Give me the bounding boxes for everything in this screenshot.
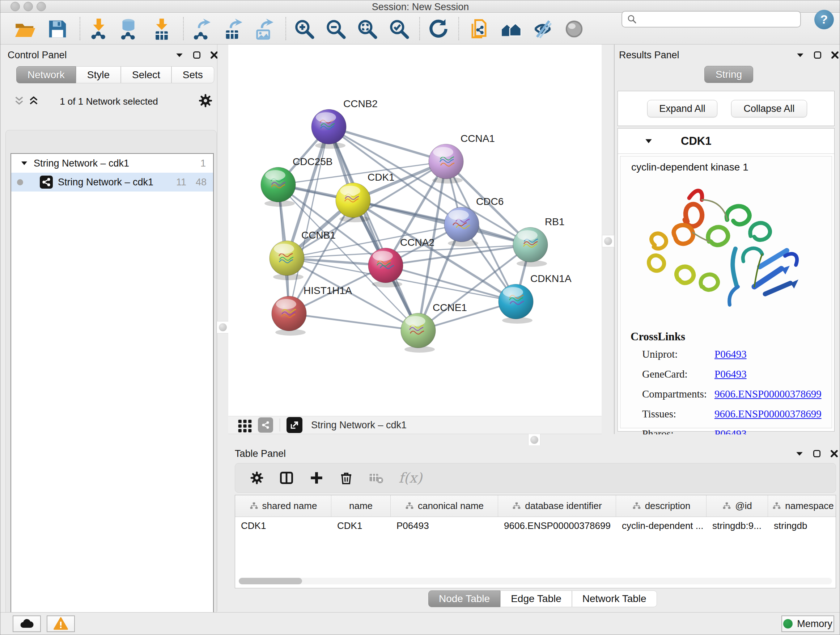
save-session-icon[interactable] bbox=[46, 18, 69, 40]
table-cell[interactable]: cyclin-dependent ... bbox=[616, 520, 706, 532]
network-node-rb1[interactable] bbox=[513, 227, 548, 267]
control-panel-title: Control Panel bbox=[8, 50, 67, 61]
table-cell[interactable]: 9606.ENSP00000378699 bbox=[498, 520, 616, 532]
expand-all-button[interactable]: Expand All bbox=[647, 100, 717, 117]
table-cell[interactable]: P06493 bbox=[391, 520, 498, 532]
table-cell[interactable]: CDK1 bbox=[332, 520, 391, 532]
zoom-selected-icon[interactable] bbox=[388, 18, 410, 40]
crosslink-link[interactable]: 9606.ENSP00000378699 bbox=[714, 408, 821, 420]
tab-edge-table[interactable]: Edge Table bbox=[500, 591, 572, 607]
column-header-description[interactable]: description bbox=[616, 495, 706, 516]
tab-style[interactable]: Style bbox=[76, 66, 121, 83]
refresh-view-icon[interactable] bbox=[427, 18, 450, 40]
export-table-icon[interactable] bbox=[222, 18, 244, 40]
tab-node-table[interactable]: Node Table bbox=[428, 591, 500, 607]
tab-select[interactable]: Select bbox=[121, 66, 172, 83]
table-cell[interactable]: stringdb:9... bbox=[706, 520, 768, 532]
table-cell[interactable]: stringdb bbox=[768, 520, 836, 532]
tab-network[interactable]: Network bbox=[16, 66, 76, 83]
tab-network-table[interactable]: Network Table bbox=[572, 591, 657, 607]
tab-sets[interactable]: Sets bbox=[172, 66, 214, 83]
delete-table-icon[interactable] bbox=[368, 470, 384, 486]
results-panel-menu-icon[interactable] bbox=[796, 50, 805, 60]
add-column-plus-icon[interactable] bbox=[309, 470, 324, 486]
horizontal-splitter-handle[interactable] bbox=[528, 434, 540, 446]
string-home-icon[interactable] bbox=[500, 18, 523, 40]
network-node-cdkn1a[interactable] bbox=[499, 284, 533, 324]
detach-view-icon[interactable] bbox=[286, 417, 302, 433]
crosslink-link[interactable]: P06493 bbox=[714, 348, 747, 360]
network-tree-row-selected[interactable]: String Network – cdk1 11 48 bbox=[11, 173, 213, 192]
network-edge[interactable] bbox=[329, 127, 446, 162]
warnings-button[interactable] bbox=[47, 616, 75, 632]
string-view-icon[interactable] bbox=[258, 417, 273, 432]
import-network-file-icon[interactable] bbox=[88, 18, 110, 40]
zoom-fit-icon[interactable] bbox=[356, 18, 378, 40]
network-node-ccnb2[interactable] bbox=[311, 109, 346, 149]
network-node-cdc25b[interactable] bbox=[261, 167, 295, 207]
export-network-icon[interactable] bbox=[190, 18, 212, 40]
crosslink-link[interactable]: P06493 bbox=[714, 368, 747, 380]
control-panel-tabs: NetworkStyleSelectSets bbox=[16, 66, 214, 83]
collapse-all-button[interactable]: Collapse All bbox=[731, 100, 807, 117]
control-panel-float-icon[interactable] bbox=[192, 50, 202, 60]
network-node-ccna2[interactable] bbox=[368, 248, 403, 287]
tab-string[interactable]: String bbox=[704, 66, 753, 83]
export-image-icon[interactable] bbox=[253, 18, 275, 40]
network-node-ccna1[interactable] bbox=[429, 144, 463, 184]
control-panel-menu-icon[interactable] bbox=[175, 50, 184, 60]
table-panel-close-icon[interactable] bbox=[829, 449, 839, 458]
network-view-canvas[interactable]: CCNB2CCNA1CDC25BCDK1CDC6RB1CCNB1CCNA2CDK… bbox=[228, 44, 602, 416]
zoom-in-icon[interactable] bbox=[293, 18, 316, 40]
tree-collapse-icon[interactable] bbox=[20, 159, 28, 168]
left-splitter[interactable] bbox=[218, 44, 228, 434]
left-splitter-handle[interactable] bbox=[217, 321, 229, 333]
toggle-graphics-details-icon[interactable] bbox=[531, 18, 554, 40]
select-columns-icon[interactable] bbox=[279, 470, 294, 486]
table-row[interactable]: CDK1CDK1P064939606.ENSP00000378699cyclin… bbox=[235, 517, 836, 534]
memory-button[interactable]: Memory bbox=[782, 616, 834, 632]
toolbar-separator bbox=[419, 17, 420, 40]
cloud-status-button[interactable] bbox=[13, 616, 41, 632]
column-header-database-identifier[interactable]: database identifier bbox=[498, 495, 616, 516]
results-panel-close-icon[interactable] bbox=[830, 50, 840, 60]
scrollbar-thumb[interactable] bbox=[239, 578, 302, 584]
results-panel-float-icon[interactable] bbox=[813, 50, 822, 60]
crosslink-label: Compartments: bbox=[642, 388, 714, 400]
birds-eye-view-icon[interactable] bbox=[563, 18, 585, 40]
right-splitter-handle[interactable] bbox=[602, 235, 614, 247]
grid-view-icon[interactable] bbox=[237, 417, 253, 433]
right-splitter[interactable] bbox=[602, 44, 615, 434]
column-header-namespace[interactable]: namespace bbox=[768, 495, 836, 516]
open-file-icon[interactable] bbox=[14, 18, 36, 40]
horizontal-splitter[interactable] bbox=[228, 434, 840, 445]
network-node-hist1h1a[interactable] bbox=[272, 296, 306, 336]
table-cell[interactable]: CDK1 bbox=[235, 520, 332, 532]
function-builder-icon[interactable]: f(x) bbox=[399, 470, 422, 486]
share-document-icon[interactable] bbox=[468, 18, 490, 40]
network-options-gear-icon[interactable] bbox=[199, 94, 212, 108]
table-settings-gear-icon[interactable] bbox=[249, 470, 264, 485]
crosslink-link[interactable]: 9606.ENSP00000378699 bbox=[714, 388, 821, 400]
help-button[interactable]: ? bbox=[814, 10, 834, 29]
network-node-ccne1[interactable] bbox=[401, 313, 436, 353]
network-node-ccnb1[interactable] bbox=[270, 241, 304, 280]
zoom-out-icon[interactable] bbox=[325, 18, 347, 40]
column-header-name[interactable]: name bbox=[332, 495, 391, 516]
column-header-shared-name[interactable]: shared name bbox=[235, 495, 332, 516]
network-tree-root-row[interactable]: String Network – cdk1 1 bbox=[11, 154, 213, 173]
table-horizontal-scrollbar[interactable] bbox=[239, 578, 832, 584]
search-input[interactable] bbox=[640, 12, 796, 26]
import-network-database-icon[interactable] bbox=[117, 18, 140, 40]
node-count: 11 bbox=[176, 177, 186, 188]
protein-collapse-icon[interactable] bbox=[644, 136, 653, 146]
delete-column-trash-icon[interactable] bbox=[339, 470, 354, 486]
import-table-file-icon[interactable] bbox=[150, 18, 173, 40]
column-header-@id[interactable]: @id bbox=[706, 495, 768, 516]
table-panel-float-icon[interactable] bbox=[812, 449, 821, 458]
network-edge[interactable] bbox=[329, 127, 418, 331]
toolbar-separator bbox=[80, 17, 80, 40]
network-edge[interactable] bbox=[289, 314, 418, 331]
column-header-canonical-name[interactable]: canonical name bbox=[391, 495, 498, 516]
table-panel-menu-icon[interactable] bbox=[795, 449, 804, 458]
